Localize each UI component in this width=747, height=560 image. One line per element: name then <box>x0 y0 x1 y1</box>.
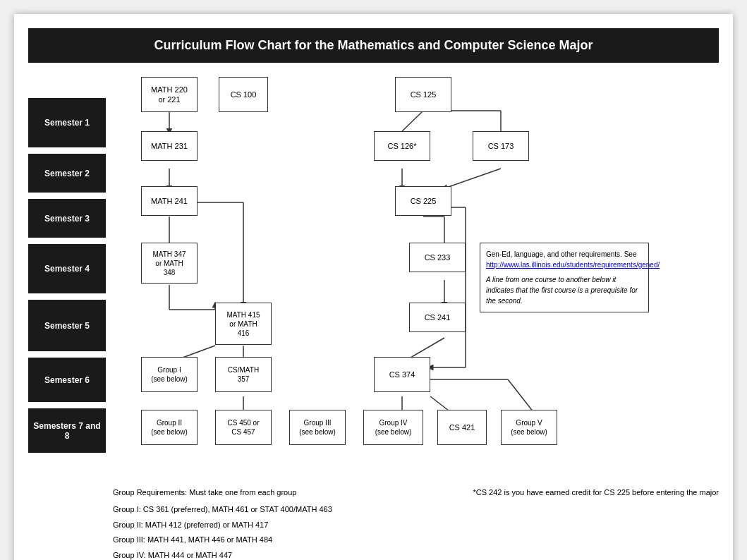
node-math415: MATH 415 or MATH 416 <box>215 303 272 345</box>
sem-label-3: Semester 3 <box>28 199 106 238</box>
node-groupIV: Group IV (see below) <box>363 410 423 445</box>
node-cs100: CS 100 <box>219 77 268 112</box>
node-cs173: CS 173 <box>473 131 529 161</box>
page-title: Curriculum Flow Chart for the Mathematic… <box>28 28 719 63</box>
infobox-note: A line from one course to another below … <box>486 274 643 306</box>
node-cs233: CS 233 <box>409 243 466 272</box>
sem-label-6: Semester 6 <box>28 358 106 402</box>
infobox-link[interactable]: http://www.las.illinois.edu/students/req… <box>486 261 660 269</box>
node-groupV: Group V (see below) <box>501 410 557 445</box>
node-groupII: Group II (see below) <box>141 410 198 445</box>
sem-label-4: Semester 4 <box>28 244 106 293</box>
node-cs125: CS 125 <box>395 77 451 112</box>
group-II-req: Group II: MATH 412 (preferred) or MATH 4… <box>113 518 719 532</box>
node-math231: MATH 231 <box>141 131 198 161</box>
node-cs225: CS 225 <box>395 186 451 216</box>
group-III-req: Group III: MATH 441, MATH 446 or MATH 48… <box>113 533 719 547</box>
node-cs374: CS 374 <box>374 357 430 392</box>
node-groupIII: Group III (see below) <box>289 410 346 445</box>
infobox: Gen-Ed, language, and other requirements… <box>480 243 649 312</box>
node-csmath357: CS/MATH 357 <box>215 357 272 392</box>
page: Curriculum Flow Chart for the Mathematic… <box>14 14 733 560</box>
node-math241: MATH 241 <box>141 186 198 216</box>
req-header-right: *CS 242 is you have earned credit for CS… <box>473 486 719 500</box>
sem-label-2: Semester 2 <box>28 154 106 193</box>
node-cs450: CS 450 or CS 457 <box>215 410 272 445</box>
node-cs126: CS 126* <box>374 131 430 161</box>
sem-label-1: Semester 1 <box>28 98 106 147</box>
node-groupI: Group I (see below) <box>141 357 198 392</box>
req-header-left: Group Requirements: Must take one from e… <box>113 486 296 500</box>
group-I-req: Group I: CS 361 (preferred), MATH 461 or… <box>113 503 719 517</box>
sem-label-7: Semesters 7 and 8 <box>28 408 106 453</box>
semester-labels: Semester 1 Semester 2 Semester 3 Semeste… <box>28 77 106 560</box>
node-math347: MATH 347 or MATH 348 <box>141 243 198 284</box>
group-requirements: Group Requirements: Must take one from e… <box>113 486 719 560</box>
node-cs241: CS 241 <box>409 303 466 332</box>
node-cs421: CS 421 <box>437 410 487 445</box>
group-IV-req: Group IV: MATH 444 or MATH 447 <box>113 549 719 560</box>
node-math220: MATH 220 or 221 <box>141 77 198 112</box>
infobox-title: Gen-Ed, language, and other requirements… <box>486 249 643 260</box>
sem-label-5: Semester 5 <box>28 300 106 351</box>
